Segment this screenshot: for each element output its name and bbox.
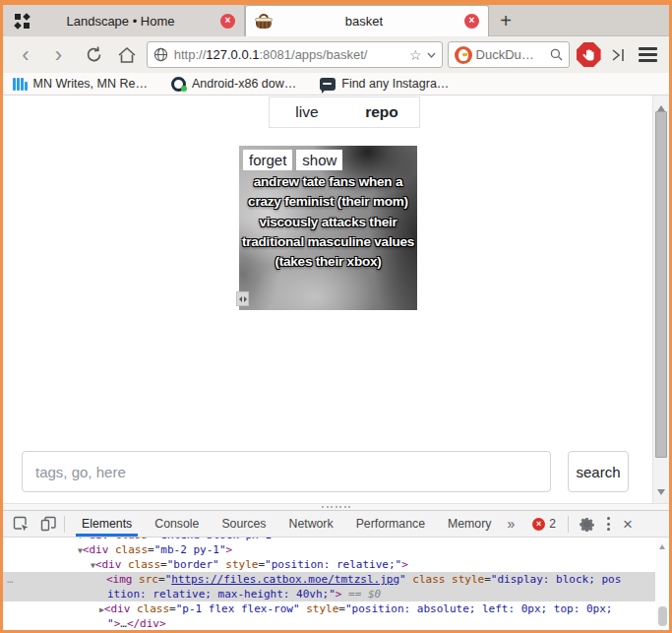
devtools-code-line[interactable]: ▼<div class="border" style="position: re… — [3, 557, 655, 572]
chat-icon — [320, 78, 336, 91]
bookmark-item[interactable]: Find any Instagra… — [320, 77, 449, 91]
tab-title: basket — [273, 14, 456, 29]
code-token-attr: style — [219, 558, 259, 571]
basket-icon — [255, 14, 273, 30]
android-icon — [171, 77, 186, 92]
tab-memory[interactable]: Memory — [448, 511, 491, 537]
code-token-punct: = — [158, 573, 165, 586]
bookmark-label: MN Writes, MN Re… — [33, 77, 148, 91]
home-button[interactable] — [116, 41, 138, 69]
address-bar[interactable]: http://127.0.0.1:8081/apps/basket/ ☆ — [147, 41, 443, 68]
menu-hamburger-icon[interactable] — [639, 47, 657, 62]
code-token-tag: <div — [83, 543, 109, 556]
scrollbar-thumb[interactable] — [655, 111, 667, 458]
settings-gear-icon[interactable] — [580, 517, 594, 532]
search-icon[interactable] — [550, 48, 563, 61]
close-tab-icon[interactable]: × — [220, 14, 235, 29]
new-tab-button[interactable]: + — [495, 11, 517, 32]
code-token-tag: <img — [106, 573, 133, 586]
error-badge[interactable]: × 2 — [532, 517, 556, 531]
scroll-down-icon[interactable] — [657, 489, 665, 499]
line-ellipsis-icon[interactable]: … — [7, 572, 13, 587]
live-link[interactable]: live — [270, 97, 344, 127]
page-content: live repo forget show andrew tate fans w… — [3, 95, 669, 503]
app-grid-icon — [15, 14, 30, 29]
bookmark-star-icon[interactable]: ☆ — [409, 47, 422, 63]
code-token-tag: > — [401, 558, 408, 571]
code-token-attr: class — [108, 543, 148, 556]
devtools-close-icon[interactable]: × — [623, 516, 633, 533]
bars-icon — [13, 78, 28, 91]
scrollbar-thumb[interactable] — [658, 606, 667, 626]
code-token-tag: <div — [83, 538, 109, 541]
search-button[interactable]: search — [568, 451, 629, 492]
show-button[interactable]: show — [296, 150, 342, 170]
code-token-tag: <div — [104, 602, 131, 615]
search-engine-bar[interactable]: DuckDu… — [448, 41, 570, 68]
tab-performance[interactable]: Performance — [356, 511, 425, 537]
devtools-tabs: Elements Console Sources Network Perform… — [82, 511, 491, 537]
devtools-code-line[interactable]: …<img src="https://files.catbox.moe/tmtz… — [3, 572, 655, 587]
devtools-scrollbar[interactable] — [656, 538, 669, 630]
code-token-punct: = — [148, 543, 154, 556]
devtools-code-line[interactable]: ition: relative; max-height: 40vh;"> == … — [3, 587, 655, 601]
tab-elements[interactable]: Elements — [82, 511, 132, 537]
close-tab-icon[interactable]: × — [464, 14, 479, 29]
code-token-attr: class — [130, 602, 169, 615]
code-token-value: "display: block; pos — [491, 573, 621, 586]
code-token-punct: = — [484, 573, 491, 586]
more-options-icon[interactable] — [607, 517, 610, 531]
tab-console[interactable]: Console — [154, 511, 199, 537]
mode-switch: live repo — [269, 96, 420, 128]
sidebar-toggle-icon[interactable] — [610, 41, 630, 69]
code-token-link: https://files.catbox.moe/tmtzsl.jpg — [171, 573, 399, 586]
code-token-value: "extend block px-1" — [154, 538, 278, 541]
devtools-code-line[interactable]: ▶<div class="p-1 flex flex-row" style="p… — [3, 601, 655, 616]
forward-button[interactable]: › — [48, 41, 70, 69]
reload-button[interactable] — [83, 41, 104, 69]
url-dropdown-icon[interactable] — [427, 52, 436, 58]
meme-image: forget show andrew tate fans when a craz… — [239, 146, 417, 310]
code-token-value: "position: absolute; left: 0px; top: 0px… — [345, 602, 613, 615]
code-token-attr: class — [121, 558, 160, 571]
code-token-meta: == $0 — [341, 588, 381, 601]
adblock-stop-icon[interactable] — [577, 42, 601, 67]
forget-button[interactable]: forget — [243, 150, 292, 170]
devtools-elements-panel: ▶<div class="p-1 flex flex-row" style="p… — [3, 538, 669, 630]
tags-input[interactable] — [22, 451, 551, 492]
code-token-attr: src — [133, 573, 159, 586]
devtools-code-line[interactable]: ">…</div> — [3, 616, 655, 630]
browser-window: Landscape • Home × basket × + ‹ › http — [0, 0, 672, 633]
scroll-up-icon[interactable] — [659, 541, 665, 549]
bookmark-item[interactable]: Android-x86 dow… — [171, 77, 296, 92]
code-token-attr: class — [108, 538, 148, 541]
mini-scrollbar[interactable] — [236, 291, 249, 306]
tab-sources[interactable]: Sources — [221, 511, 266, 537]
devtools-resize-handle[interactable] — [3, 503, 669, 510]
back-button[interactable]: ‹ — [15, 41, 36, 69]
code-token-value: "mb-2 py-1" — [154, 543, 226, 556]
code-token-tag: <div — [95, 558, 122, 571]
code-token-punct: = — [148, 538, 154, 541]
code-token-punct: = — [160, 558, 167, 571]
tab-landscape-home[interactable]: Landscape • Home × — [4, 5, 245, 36]
more-tabs-icon[interactable]: » — [507, 516, 515, 532]
inspect-element-icon[interactable] — [13, 516, 30, 533]
device-toolbar-icon[interactable] — [40, 516, 57, 532]
code-token-value: "border" — [167, 558, 219, 571]
devtools-code-line[interactable]: ▼<div class="mb-2 py-1"> — [3, 542, 655, 557]
scroll-up-icon[interactable] — [657, 101, 665, 111]
navigation-toolbar: ‹ › http://127.0.0.1:8081/apps/basket/ ☆… — [3, 36, 669, 73]
code-token-punct: = — [169, 602, 176, 615]
bookmark-item[interactable]: MN Writes, MN Re… — [13, 77, 148, 91]
devtools-code-line[interactable]: ▼<div class="extend block px-1"> — [3, 538, 655, 542]
devtools-toolbar: Elements Console Sources Network Perform… — [3, 510, 669, 538]
code-token-value: "position: relative;" — [265, 558, 401, 571]
tab-network[interactable]: Network — [289, 511, 334, 537]
url-text: http://127.0.0.1:8081/apps/basket/ — [174, 47, 409, 62]
repo-link[interactable]: repo — [344, 97, 419, 127]
page-scrollbar[interactable] — [652, 95, 669, 503]
bookmarks-bar: MN Writes, MN Re… Android-x86 dow… Find … — [3, 73, 669, 95]
card-actions: forget show — [239, 146, 346, 174]
tab-basket[interactable]: basket × — [245, 5, 489, 36]
